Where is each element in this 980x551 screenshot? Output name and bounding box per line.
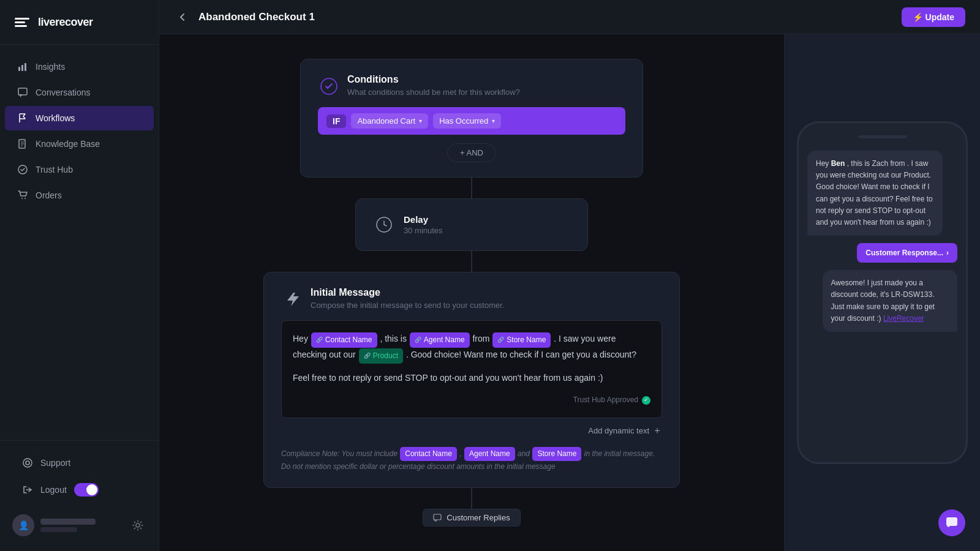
delay-title: Delay: [404, 214, 443, 225]
svg-rect-14: [946, 517, 957, 526]
sidebar-item-label: Insights: [36, 62, 65, 72]
connector-line: [471, 178, 472, 198]
tag-contact-name: 🔗 Contact Name: [311, 332, 377, 347]
delay-content: Delay 30 minutes: [373, 214, 570, 236]
connector-line-2: [471, 251, 472, 272]
trigger2-select[interactable]: Has Occurred ▾: [433, 113, 501, 129]
message-line1: Hey 🔗 Contact Name , this is 🔗 Agent Nam…: [293, 332, 650, 364]
update-button[interactable]: ⚡ Update: [902, 7, 965, 27]
sidebar-item-orders[interactable]: Orders: [5, 183, 154, 208]
sidebar-item-label: Trust Hub: [36, 165, 73, 174]
customer-response-button[interactable]: Customer Response... ›: [857, 243, 957, 263]
trigger2-label: Has Occurred: [439, 116, 488, 126]
trigger1-select[interactable]: Abandoned Cart ▾: [351, 113, 428, 129]
logout-toggle[interactable]: [74, 483, 99, 497]
settings-icon[interactable]: [129, 517, 146, 534]
header-left: Abandoned Checkout 1: [174, 9, 315, 26]
and-button[interactable]: + AND: [447, 143, 496, 162]
chat-name-bold: Ben: [831, 159, 845, 168]
svg-point-7: [24, 198, 26, 199]
user-sub-blur: [40, 527, 77, 532]
sidebar-item-logout[interactable]: Logout: [10, 476, 149, 503]
customer-response-label: Customer Response...: [865, 249, 943, 257]
delay-card: Delay 30 minutes: [355, 198, 588, 251]
add-dynamic-label: Add dynamic text: [588, 426, 649, 435]
if-label: IF: [326, 114, 346, 128]
chart-icon: [17, 61, 28, 72]
tag-agent-name: 🔗 Agent Name: [410, 332, 470, 347]
trigger1-label: Abandoned Cart: [357, 116, 415, 126]
logo-area: liverecover: [0, 0, 159, 45]
conditions-header: Conditions What conditions should be met…: [318, 74, 625, 97]
link-icon: 🔗: [364, 351, 371, 361]
conditions-subtitle: What conditions should be met for this w…: [347, 88, 520, 97]
sidebar-item-label: Support: [40, 458, 70, 468]
clock-icon: [373, 214, 395, 236]
back-button[interactable]: [174, 9, 191, 26]
conditions-card: Conditions What conditions should be met…: [300, 59, 643, 178]
svg-rect-13: [434, 514, 441, 520]
conditions-text: Conditions What conditions should be met…: [347, 74, 520, 97]
tag-store-name: 🔗 Store Name: [492, 332, 551, 347]
initial-message-card: Initial Message Compose the initial mess…: [263, 272, 680, 488]
logo-icon: [12, 12, 32, 32]
svg-rect-0: [18, 67, 20, 71]
svg-rect-2: [24, 63, 26, 71]
message-body: Hey 🔗 Contact Name , this is 🔗 Agent Nam…: [281, 320, 662, 418]
sidebar-item-label: Knowledge Base: [36, 139, 100, 149]
customer-replies-label: Customer Replies: [423, 509, 520, 527]
svg-rect-1: [21, 65, 23, 71]
chevron-right-icon: ›: [946, 249, 949, 257]
circle-check-icon: [17, 164, 28, 175]
message-line2: Feel free to not reply or send STOP to o…: [293, 371, 650, 386]
phone-frame: Hey Ben , this is Zach from . I saw you …: [797, 121, 968, 464]
sidebar-item-conversations[interactable]: Conversations: [5, 80, 154, 105]
cart-icon: [17, 190, 28, 201]
delay-text: Delay 30 minutes: [404, 214, 443, 235]
user-profile: 👤: [5, 509, 154, 541]
link-icon: 🔗: [316, 335, 323, 345]
chevron-down-icon: ▾: [419, 118, 422, 124]
sidebar-item-label: Logout: [40, 485, 67, 495]
compliance-note: Compliance Note: You must include Contac…: [281, 447, 662, 473]
page-title: Abandoned Checkout 1: [198, 11, 315, 23]
svg-point-9: [26, 461, 29, 465]
svg-point-6: [21, 198, 23, 199]
message-title: Initial Message: [311, 287, 505, 298]
chevron-down-icon: ▾: [492, 118, 495, 124]
sidebar-item-label: Orders: [36, 190, 62, 200]
message-pre: Hey: [293, 334, 308, 343]
compliance-tag-store: Store Name: [532, 447, 581, 461]
toggle-switch[interactable]: [74, 483, 99, 497]
svg-point-10: [136, 523, 140, 527]
svg-point-8: [23, 459, 32, 467]
phone-notch: [858, 135, 907, 138]
header: Abandoned Checkout 1 ⚡ Update: [159, 0, 980, 34]
user-info: [40, 519, 129, 532]
compliance-tag-agent: Agent Name: [464, 447, 515, 461]
support-icon: [22, 457, 33, 468]
message-icon: [17, 87, 28, 98]
chat-message-2: Awesome! I just made you a discount code…: [823, 270, 958, 332]
customer-replies-text: Customer Replies: [447, 513, 510, 522]
link-icon: 🔗: [415, 335, 421, 345]
sidebar-item-insights[interactable]: Insights: [5, 54, 154, 79]
sidebar-item-label: Conversations: [36, 88, 91, 97]
sidebar-item-knowledge-base[interactable]: Knowledge Base: [5, 132, 154, 156]
main-area: Conditions What conditions should be met…: [159, 34, 980, 551]
book-icon: [17, 138, 28, 149]
svg-rect-3: [18, 88, 27, 95]
add-dynamic-text-button[interactable]: Add dynamic text ＋: [588, 424, 662, 437]
sidebar-item-workflows[interactable]: Workflows: [5, 106, 154, 130]
compliance-tag-contact: Contact Name: [400, 447, 457, 461]
chat-fab-button[interactable]: [938, 509, 965, 536]
lightning-icon: [281, 288, 303, 310]
sidebar-item-trust-hub[interactable]: Trust Hub: [5, 157, 154, 182]
live-recover-link[interactable]: LiveRecover: [883, 314, 924, 323]
plus-icon: ＋: [652, 424, 662, 437]
sidebar-item-support[interactable]: Support: [10, 451, 149, 475]
if-row: IF Abandoned Cart ▾ Has Occurred ▾: [318, 107, 625, 135]
trust-label: Trust Hub Approved: [573, 394, 638, 406]
delay-subtitle: 30 minutes: [404, 226, 443, 235]
sidebar: liverecover Insights Conversations: [0, 0, 159, 551]
